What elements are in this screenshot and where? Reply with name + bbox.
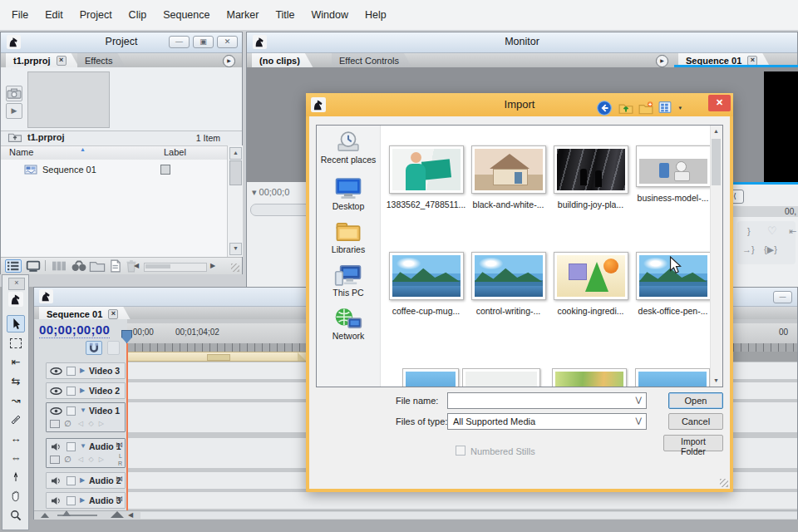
project-item-row[interactable]: Sequence 01 [1,162,227,179]
file-item-partial[interactable] [402,368,459,387]
numbered-stills-checkbox[interactable] [456,446,466,456]
track-header-video-3[interactable]: ▶Video 3 [46,362,126,379]
icon-view-icon[interactable] [25,259,42,273]
file-item-partial[interactable] [462,368,540,387]
project-scrollbar[interactable]: ▲ ▼ [227,145,243,257]
project-column-header[interactable]: Name ▲ Label [1,145,227,160]
menu-item-help[interactable]: Help [357,9,395,21]
cancel-button[interactable]: Cancel [668,413,723,430]
new-folder-icon[interactable] [638,101,653,116]
file-item[interactable]: building-joy-pla... [549,145,632,209]
track-lock-toggle[interactable] [66,496,76,505]
scrollbar-thumb[interactable] [229,160,242,185]
monitor-titlebar[interactable]: Monitor [247,32,797,53]
scroll-up-icon[interactable]: ▲ [229,147,242,160]
toggle-track-output-eye-icon[interactable] [50,406,62,416]
file-item[interactable]: cooking-ingredi... [549,252,632,316]
track-header-audio-2[interactable]: ▶Audio 2⋈ [46,472,126,489]
play-to-out-button[interactable]: →} [742,244,755,254]
slide-tool-icon[interactable]: ⇔ [7,449,25,466]
tab-effect-controls[interactable]: Effect Controls [332,53,412,68]
resize-grip[interactable] [720,479,728,487]
menu-item-marker[interactable]: Marker [218,9,267,21]
menu-item-window[interactable]: Window [303,9,357,21]
panel-menu-icon[interactable]: ▶ [223,55,235,67]
track-header-video-2[interactable]: ▶Video 2 [46,382,126,399]
hand-tool-icon[interactable] [7,487,25,505]
up-one-level-icon[interactable] [618,101,633,116]
back-icon[interactable] [597,101,612,116]
go-to-out-button[interactable]: } [747,226,751,236]
expand-track-icon[interactable]: ▶ [80,476,85,484]
track-header-video-1[interactable]: ▼Video 1∅◁ ◇ ▷ [46,402,126,432]
place-recent-places[interactable]: Recent places [317,131,380,165]
file-item[interactable]: business-model-... [632,145,714,203]
file-item-partial[interactable] [635,368,710,387]
place-libraries[interactable]: Libraries [317,220,380,254]
menu-item-edit[interactable]: Edit [37,9,71,21]
snap-toggle-icon[interactable] [86,341,102,355]
collapse-track-icon[interactable]: ▼ [80,442,86,450]
track-lock-toggle[interactable] [66,476,76,485]
tab-no-clips[interactable]: (no clips) [252,53,313,68]
scrollbar-thumb[interactable] [712,139,721,185]
toggle-track-output-speaker-icon[interactable] [50,496,62,505]
set-display-style-icon[interactable] [50,456,60,464]
expand-track-icon[interactable]: ▶ [80,496,85,504]
razor-tool-icon[interactable] [7,411,25,428]
show-keyframes-icon[interactable]: ∅ [64,419,71,428]
show-keyframes-icon[interactable]: ∅ [64,455,71,464]
zoom-in-icon[interactable] [111,511,124,518]
scroll-left-icon[interactable]: ◀ [134,262,139,269]
file-item[interactable]: coffee-cup-mug... [385,252,467,316]
selection-tool-icon[interactable] [7,315,25,332]
pen-tool-icon[interactable] [7,468,25,485]
timeline-horizontal-scrollbar[interactable] [140,512,797,519]
view-menu-icon[interactable]: ▾ [658,101,680,116]
toggle-track-output-speaker-icon[interactable] [50,476,62,485]
rate-stretch-tool-icon[interactable]: ↝ [7,392,25,409]
zoom-out-icon[interactable] [41,513,49,518]
track-header-audio-3[interactable]: ▶Audio 3⋈ [46,492,126,509]
track-select-tool-icon[interactable] [7,334,25,352]
track-lock-toggle[interactable] [66,406,76,416]
file-name-input[interactable]: ⋁ [447,392,647,409]
restore-button[interactable]: ▣ [193,36,214,48]
place-this-pc[interactable]: This PC [317,264,380,298]
project-titlebar[interactable]: Project — ▣ ✕ [1,32,242,53]
menu-item-sequence[interactable]: Sequence [155,9,218,21]
tab-effects[interactable]: Effects [77,53,126,68]
label-swatch[interactable] [160,165,170,175]
expand-track-icon[interactable]: ▶ [80,367,85,374]
minimize-button[interactable]: — [773,291,792,303]
collapse-track-icon[interactable]: ▼ [80,406,86,414]
track-content-audio-3[interactable] [127,492,797,509]
close-button[interactable]: ✕ [217,36,238,48]
menu-item-title[interactable]: Title [267,9,303,21]
rolling-edit-tool-icon[interactable]: ⇆ [7,372,25,390]
scroll-right-icon[interactable]: ▶ [210,262,215,269]
track-lock-toggle[interactable] [66,442,76,451]
slip-tool-icon[interactable]: ↔ [7,430,25,447]
loop-button[interactable]: ♡ [767,224,777,237]
resize-grip[interactable] [231,264,239,272]
keyframe-navigator[interactable]: ◁ ◇ ▷ [78,456,106,463]
close-icon[interactable]: × [8,278,25,290]
track-header-audio-1[interactable]: ▼Audio 1⋈∅◁ ◇ ▷LR [46,438,126,468]
toggle-track-output-eye-icon[interactable] [50,387,62,396]
track-lock-toggle[interactable] [66,387,76,396]
play-in-to-out-button[interactable]: {▶} [764,244,777,255]
place-desktop[interactable]: Desktop [317,177,380,211]
file-list-scrollbar[interactable]: ▲ ▼ [710,126,722,387]
files-of-type-dropdown[interactable]: All Supported Media ⋁ [447,413,647,430]
import-folder-button[interactable]: Import Folder [663,435,723,451]
file-item[interactable]: black-and-white-... [467,145,549,209]
tab-close-icon[interactable]: × [108,309,118,319]
up-folder-icon[interactable] [7,131,22,143]
scroll-down-icon[interactable]: ▼ [711,375,722,387]
open-button[interactable]: Open [668,392,723,409]
new-bin-icon[interactable] [89,259,106,273]
toggle-track-output-eye-icon[interactable] [50,367,62,376]
tab-close-icon[interactable]: × [57,56,66,66]
scroll-left-icon[interactable]: ◀ [128,511,133,519]
